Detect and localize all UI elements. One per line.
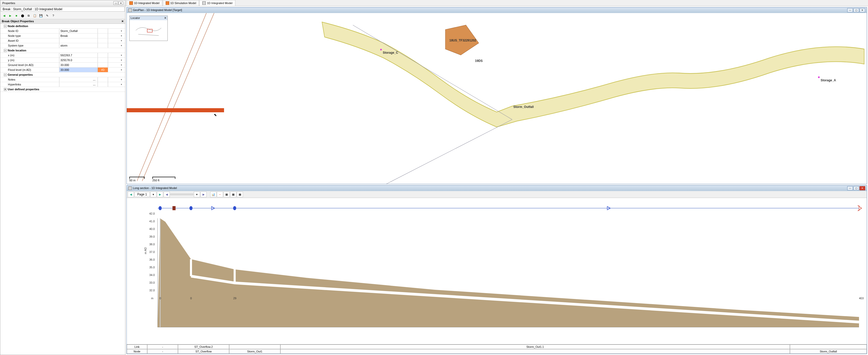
dropdown-icon[interactable] xyxy=(108,38,123,43)
object-selector[interactable]: Break : Storm_Outfall : 1D Integrated Mo… xyxy=(1,7,125,12)
prop-value[interactable]: storm xyxy=(59,43,98,48)
dropdown-icon[interactable] xyxy=(108,34,123,38)
locate-icon[interactable]: ⬤ xyxy=(20,13,25,19)
x-unit: m xyxy=(151,297,153,300)
tool-icon[interactable]: ✎ xyxy=(44,13,50,19)
close-button[interactable]: ✕ xyxy=(860,186,865,190)
prop-value[interactable]: 329178.0 xyxy=(59,58,98,62)
prop-label: x (m) xyxy=(0,53,59,58)
prop-flag[interactable] xyxy=(98,43,108,48)
map-svg xyxy=(127,13,867,184)
prop-flag[interactable] xyxy=(98,38,108,43)
next-green-icon[interactable]: ▶ xyxy=(7,13,13,19)
grid-icon xyxy=(128,8,132,12)
section-header-label: Break Object Properties xyxy=(2,20,34,23)
help-icon[interactable]: ? xyxy=(51,13,56,19)
chart-options-icon[interactable]: 📊 xyxy=(210,191,216,197)
prop-flag[interactable] xyxy=(98,82,108,87)
paste-icon[interactable]: 📋 xyxy=(32,13,38,19)
dropdown-icon[interactable] xyxy=(108,82,123,87)
geoplan-canvas[interactable]: Locator✕ Storage_C 18US_TF32291202 19DS … xyxy=(127,13,867,184)
prev-page-button[interactable]: ◀ xyxy=(128,191,134,197)
tab-simulation-model[interactable]: 1D Simulation Model xyxy=(163,0,199,6)
maximize-button[interactable]: ▢ xyxy=(854,8,859,12)
tab-integrated-model-2[interactable]: 1D Integrated Model xyxy=(199,0,235,6)
map-node-storage-a[interactable] xyxy=(818,76,819,78)
fit-icon[interactable]: ↔ xyxy=(217,191,223,197)
prop-flag[interactable] xyxy=(98,34,108,38)
longsection-titlebar[interactable]: Long section - 1D Integrated Model — ▢ ✕ xyxy=(127,185,867,191)
dropdown-icon[interactable] xyxy=(108,68,123,72)
expander-icon[interactable]: + xyxy=(4,88,7,91)
prop-value[interactable]: ... xyxy=(59,82,98,87)
page-dd-button[interactable]: ▾ xyxy=(150,191,156,197)
document-tabs: 1D Integrated Model 1D Simulation Model … xyxy=(125,0,868,6)
prop-value[interactable] xyxy=(59,38,98,43)
prop-flag[interactable] xyxy=(98,53,108,58)
time-dd-button[interactable]: ▾ xyxy=(194,191,200,197)
footer-cell: ST_Overflow.2 xyxy=(178,345,229,349)
map-label-storm-outfall: Storm_Outfall xyxy=(514,105,534,109)
group-general[interactable]: −General properties xyxy=(0,72,125,77)
chart-svg xyxy=(127,198,867,344)
dropdown-icon[interactable] xyxy=(108,77,123,82)
footer-link-row: Link - ST_Overflow.2 Storm_Out1.1 xyxy=(127,345,867,349)
minimize-button[interactable]: — xyxy=(847,8,853,12)
group-node-location[interactable]: −Node location xyxy=(0,48,125,53)
pin-icon[interactable]: ▭ xyxy=(114,1,118,5)
play-button[interactable]: ▶ xyxy=(200,191,207,197)
prop-label: Flood level (m AD) xyxy=(0,68,59,72)
expander-icon[interactable]: − xyxy=(4,49,7,52)
stop-green-icon[interactable]: ■ xyxy=(13,13,19,19)
prop-value[interactable]: ... xyxy=(59,77,98,82)
time-slider[interactable] xyxy=(170,193,193,195)
properties-toolbar: ◀ ▶ ■ ⬤ ⧉ 📋 💾 ✎ ? xyxy=(0,12,125,19)
grid-icon-3[interactable]: ▦ xyxy=(237,191,243,197)
grid-icon-2[interactable]: ▦ xyxy=(230,191,236,197)
prop-label: Hyperlinks xyxy=(0,82,59,87)
dropdown-icon[interactable] xyxy=(108,53,123,58)
footer-node-row: Node - ST_Overflow Storm_Out1 Storm_Outf… xyxy=(127,349,867,354)
prop-value[interactable]: 33.000 xyxy=(59,68,98,72)
dropdown-icon[interactable] xyxy=(108,58,123,62)
prop-label: Node ID xyxy=(0,29,59,33)
group-node-definition[interactable]: −Node definition xyxy=(0,24,125,29)
prop-value[interactable]: Break xyxy=(59,34,98,38)
longsection-chart[interactable]: 42.0 41.0 40.0 39.0 38.0 37.0 36.0 35.0 … xyxy=(127,198,867,344)
svg-marker-5 xyxy=(127,105,224,115)
save-icon[interactable]: 💾 xyxy=(38,13,44,19)
prop-flag[interactable] xyxy=(98,29,108,33)
rewind-button[interactable]: ◀ xyxy=(164,191,170,197)
prop-value[interactable]: 592263.7 xyxy=(59,53,98,58)
locator-panel[interactable]: Locator✕ xyxy=(129,15,168,41)
grid-icon-1[interactable]: ▦ xyxy=(223,191,230,197)
minimize-button[interactable]: — xyxy=(847,186,853,190)
expander-icon[interactable]: − xyxy=(4,73,7,76)
copy-icon[interactable]: ⧉ xyxy=(26,13,31,19)
prev-green-icon[interactable]: ◀ xyxy=(1,13,7,19)
prop-flag[interactable] xyxy=(98,63,108,67)
dropdown-icon[interactable] xyxy=(108,43,123,48)
map-node-storage-c[interactable] xyxy=(380,49,382,50)
prop-value[interactable]: Storm_Outfall xyxy=(59,29,98,33)
section-close-icon[interactable]: ✕ xyxy=(121,20,124,23)
close-button[interactable]: ✕ xyxy=(860,8,865,12)
prop-value[interactable]: 33.000 xyxy=(59,63,98,67)
dropdown-icon[interactable] xyxy=(108,63,123,67)
properties-panel: Properties ▭ ✕ Break : Storm_Outfall : 1… xyxy=(0,0,125,355)
expander-icon[interactable]: − xyxy=(4,25,7,28)
geoplan-titlebar[interactable]: GeoPlan - 1D Integrated Model [Target] —… xyxy=(127,7,867,13)
locator-close-icon[interactable]: ✕ xyxy=(164,16,166,20)
prop-flag[interactable]: #D xyxy=(98,68,108,72)
prop-flag[interactable] xyxy=(98,77,108,82)
dropdown-icon[interactable] xyxy=(108,29,123,33)
group-label: Node definition xyxy=(8,25,28,28)
group-user-defined[interactable]: +User defined properties xyxy=(0,87,125,92)
locator-thumbnail[interactable] xyxy=(130,20,167,41)
tab-integrated-model-1[interactable]: 1D Integrated Model xyxy=(126,0,162,6)
close-icon[interactable]: ✕ xyxy=(119,1,123,5)
next-page-button[interactable]: ▶ xyxy=(157,191,163,197)
page-indicator[interactable]: Page 1 xyxy=(134,192,150,197)
maximize-button[interactable]: ▢ xyxy=(854,186,859,190)
prop-flag[interactable] xyxy=(98,58,108,62)
